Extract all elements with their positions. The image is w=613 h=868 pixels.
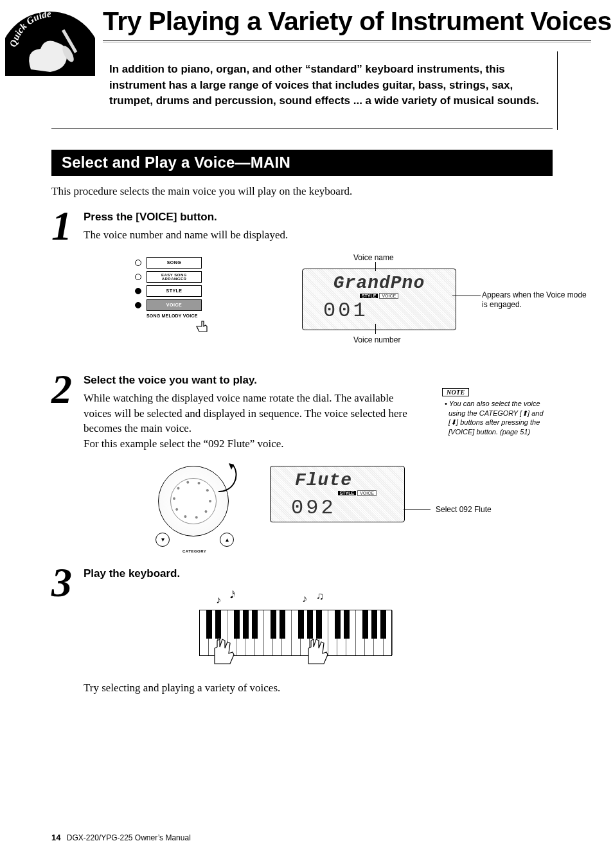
- pointer-hand-icon: [194, 317, 212, 338]
- step-number: 2: [51, 373, 84, 405]
- callout-voice-name: Voice name: [353, 253, 394, 263]
- music-note-icon: ♪: [302, 593, 307, 605]
- note-heading: NOTE: [442, 388, 469, 396]
- section-intro: This procedure selects the main voice yo…: [51, 185, 553, 198]
- diagram-dial: ▾ ▴ CATEGORY Flute STYLEVOICE 092 Select…: [84, 459, 553, 556]
- page-title: Try Playing a Variety of Instrument Voic…: [103, 6, 581, 37]
- closing-text: Try selecting and playing a variety of v…: [84, 682, 581, 695]
- lcd-display: GrandPno STYLEVOICE 001: [302, 269, 456, 330]
- diagram-voice-button: SONG EASY SONG ARRANGER STYLE VOICE SONG…: [84, 253, 553, 362]
- style-button-graphic: STYLE: [147, 285, 202, 297]
- diagram-keyboard: ♪ 𝅘𝅥𝅯 ♪ ♫: [84, 584, 553, 674]
- step-number: 1: [51, 209, 84, 242]
- easy-song-button-graphic: EASY SONG ARRANGER: [147, 271, 202, 283]
- lcd-style-badge: STYLE: [360, 294, 378, 298]
- category-label: CATEGORY: [182, 549, 206, 553]
- intro-text: In addition to piano, organ, and other “…: [109, 62, 546, 109]
- dial-graphic: ▾ ▴ CATEGORY: [153, 463, 236, 547]
- voice-button-graphic: VOICE: [147, 299, 202, 311]
- lcd2-voice-name: Flute: [278, 470, 396, 490]
- step-description: While watching the displayed voice name …: [84, 391, 418, 452]
- note-box: NOTE • You can also select the voice usi…: [442, 388, 553, 437]
- step-3: 3 Play the keyboard. ♪ 𝅘𝅥𝅯 ♪ ♫: [51, 566, 553, 674]
- lcd-voice-number: 001: [310, 299, 448, 323]
- page-footer: 14 DGX-220/YPG-225 Owner’s Manual: [51, 833, 191, 842]
- callout-select-flute: Select 092 Flute: [436, 505, 492, 515]
- lcd2-voice-number: 092: [278, 496, 396, 520]
- step-heading: Select the voice you want to play.: [84, 374, 553, 387]
- footer-doc-title: DGX-220/YPG-225 Owner’s Manual: [67, 833, 191, 842]
- lcd-voice-badge: VOICE: [379, 293, 398, 299]
- section-heading: Select and Play a Voice—MAIN: [51, 150, 553, 176]
- hand-icon: [301, 635, 333, 668]
- step-2: 2 Select the voice you want to play. Whi…: [51, 373, 553, 556]
- lcd-voice-badge: VOICE: [357, 490, 377, 496]
- hand-icon: [207, 635, 239, 668]
- song-button-graphic: SONG: [147, 257, 202, 269]
- note-body: • You can also select the voice using th…: [442, 399, 553, 437]
- lcd-display-2: Flute STYLEVOICE 092: [270, 466, 405, 522]
- step-number: 3: [51, 566, 84, 599]
- callout-mode-engaged: Appears when the Voice mode is engaged.: [482, 290, 591, 310]
- panel-button-stack: SONG EASY SONG ARRANGER STYLE VOICE SONG…: [135, 257, 202, 318]
- category-down-icon: ▾: [155, 533, 170, 547]
- lcd-voice-name: GrandPno: [310, 273, 448, 293]
- step-description: The voice number and name will be displa…: [84, 227, 418, 243]
- step-heading: Play the keyboard.: [84, 567, 553, 580]
- music-note-icon: ♫: [316, 590, 324, 602]
- music-note-icon: ♪: [216, 594, 221, 606]
- quick-guide-badge: Quick Guide: [5, 5, 95, 76]
- step-1: 1 Press the [VOICE] button. The voice nu…: [51, 209, 553, 362]
- category-up-icon: ▴: [220, 533, 234, 547]
- step-heading: Press the [VOICE] button.: [84, 211, 553, 224]
- lcd-style-badge: STYLE: [338, 491, 357, 495]
- page-number: 14: [51, 833, 60, 842]
- callout-voice-number: Voice number: [353, 335, 400, 346]
